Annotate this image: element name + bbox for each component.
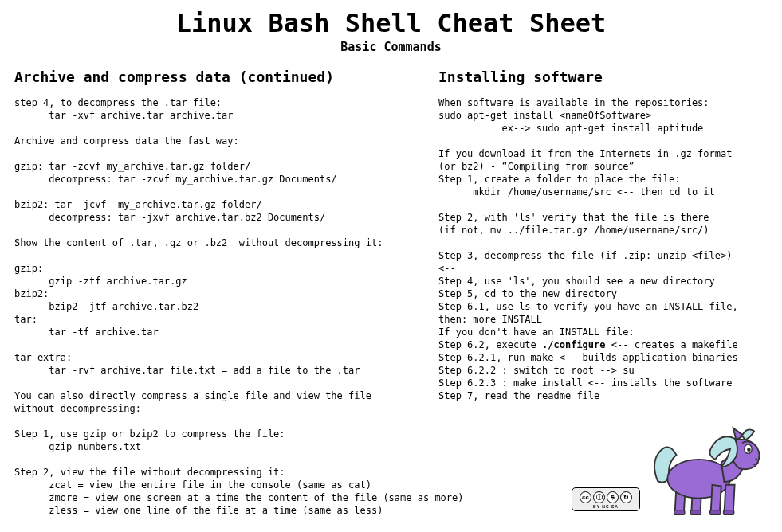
cc-icon: cc	[580, 491, 591, 503]
svg-rect-4	[674, 510, 685, 515]
archive-heading: Archive and compress data (continued)	[14, 68, 421, 85]
installing-body: When software is available in the reposi…	[438, 96, 765, 402]
makefile-word: makefile	[692, 339, 738, 350]
pony-illustration	[646, 410, 766, 522]
nc-icon: $	[607, 491, 619, 503]
page-subtitle: Basic Commands	[14, 40, 768, 54]
svg-point-2	[747, 448, 751, 452]
svg-rect-6	[710, 510, 721, 515]
archive-section: Archive and compress data (continued) st…	[14, 68, 421, 517]
cc-label: BY NC SA	[593, 504, 619, 509]
svg-rect-7	[724, 510, 734, 515]
sa-icon: ↻	[620, 491, 632, 503]
page-title: Linux Bash Shell Cheat Sheet	[14, 8, 768, 38]
cc-license-badge: cc ⓘ $ ↻ BY NC SA	[572, 487, 640, 511]
configure-command: ./configure	[542, 339, 605, 350]
archive-body: step 4, to decompress the .tar file: tar…	[14, 96, 421, 517]
svg-point-3	[755, 459, 757, 461]
cc-icons-row: cc ⓘ $ ↻	[580, 491, 632, 503]
by-icon: ⓘ	[593, 491, 605, 503]
installing-heading: Installing software	[438, 68, 765, 85]
svg-rect-5	[690, 510, 701, 515]
